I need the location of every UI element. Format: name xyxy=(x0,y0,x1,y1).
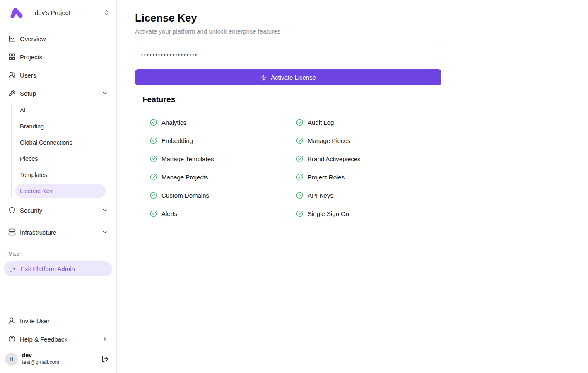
check-circle-icon xyxy=(150,137,157,144)
sidebar-item-label: Infrastructure xyxy=(20,229,56,236)
user-plus-icon xyxy=(8,317,16,325)
exit-platform-admin-button[interactable]: Exit Platform Admin xyxy=(4,261,112,276)
feature-item: Alerts xyxy=(150,209,296,218)
avatar: d xyxy=(5,353,18,366)
user-email: test@gmail.com xyxy=(22,359,97,366)
check-circle-icon xyxy=(296,210,303,217)
feature-item: Brand Activepieces xyxy=(296,155,442,163)
feature-item: API Keys xyxy=(296,191,442,199)
project-selector-label: dev's Project xyxy=(35,9,104,16)
sidebar-item-label: Global Connections xyxy=(20,139,72,146)
sidebar-item-label: License Key xyxy=(20,188,53,194)
license-key-input[interactable] xyxy=(135,46,441,63)
check-circle-icon xyxy=(150,210,157,217)
sidebar-bottom: Invite User Help & Feedback d dev test@g… xyxy=(0,312,116,373)
sidebar-item-overview[interactable]: Overview xyxy=(4,30,112,47)
chart-line-icon xyxy=(8,35,16,42)
sidebar-item-global-connections[interactable]: Global Connections xyxy=(15,136,106,149)
activate-license-label: Activate License xyxy=(271,74,316,81)
sidebar-item-ai[interactable]: AI xyxy=(15,103,106,117)
sidebar-item-users[interactable]: Users xyxy=(4,67,112,83)
feature-label: Brand Activepieces xyxy=(308,155,361,162)
check-circle-icon xyxy=(150,192,157,199)
sidebar-item-projects[interactable]: Projects xyxy=(4,48,112,65)
feature-item: Embedding xyxy=(150,136,296,145)
feature-item: Analytics xyxy=(150,118,296,126)
check-circle-icon xyxy=(296,192,303,199)
feature-item: Custom Domains xyxy=(150,191,296,199)
feature-label: API Keys xyxy=(308,192,333,199)
check-circle-icon xyxy=(296,155,303,162)
setup-submenu: AI Branding Global Connections Pieces Te… xyxy=(11,103,112,198)
feature-item: Manage Pieces xyxy=(296,136,442,145)
check-circle-icon xyxy=(150,174,157,181)
invite-user-button[interactable]: Invite User xyxy=(4,312,112,329)
feature-item: Single Sign On xyxy=(296,209,442,218)
features-section: Features Analytics Audit Log Embedding M… xyxy=(135,95,588,218)
chevron-down-icon xyxy=(101,90,108,97)
feature-label: Manage Projects xyxy=(161,174,208,181)
features-grid: Analytics Audit Log Embedding Manage Pie… xyxy=(150,118,588,218)
sidebar-item-license-key[interactable]: License Key xyxy=(15,184,106,198)
feature-label: Custom Domains xyxy=(161,192,209,199)
check-circle-icon xyxy=(150,119,157,126)
sidebar-item-setup[interactable]: Setup xyxy=(4,85,112,102)
exit-platform-admin-label: Exit Platform Admin xyxy=(21,265,75,272)
sidebar-item-infrastructure[interactable]: Infrastructure xyxy=(4,224,112,240)
log-out-icon xyxy=(9,265,16,272)
user-profile-row[interactable]: d dev test@gmail.com xyxy=(4,351,112,367)
main-content: License Key Activate your platform and u… xyxy=(117,0,588,373)
chevrons-up-down-icon xyxy=(104,10,110,16)
check-circle-icon xyxy=(296,174,303,181)
sidebar-nav: Overview Projects Users xyxy=(0,25,116,276)
feature-label: Manage Pieces xyxy=(308,137,350,144)
user-name: dev xyxy=(22,352,97,359)
sidebar-item-pieces[interactable]: Pieces xyxy=(15,152,106,165)
feature-item: Manage Projects xyxy=(150,173,296,181)
sidebar-item-label: Pieces xyxy=(20,155,38,162)
feature-label: Single Sign On xyxy=(308,210,349,217)
sidebar-item-label: AI xyxy=(20,107,26,114)
page-subtitle: Activate your platform and unlock enterp… xyxy=(135,28,588,35)
project-selector[interactable]: dev's Project xyxy=(0,0,116,25)
sidebar-item-label: Users xyxy=(20,72,36,79)
chevron-right-icon xyxy=(101,336,108,342)
check-circle-icon xyxy=(150,155,157,162)
server-icon xyxy=(8,228,16,236)
help-circle-icon xyxy=(8,335,16,343)
layout-grid-icon xyxy=(8,53,16,61)
feature-label: Project Roles xyxy=(308,174,345,181)
features-title: Features xyxy=(142,95,588,104)
help-feedback-button[interactable]: Help & Feedback xyxy=(4,331,112,347)
user-profile-meta: dev test@gmail.com xyxy=(22,352,97,366)
log-out-icon[interactable] xyxy=(101,355,109,363)
feature-label: Alerts xyxy=(161,210,177,217)
zap-icon xyxy=(260,74,267,81)
shield-icon xyxy=(8,206,16,214)
sidebar-item-label: Branding xyxy=(20,123,44,130)
sidebar-item-branding[interactable]: Branding xyxy=(15,119,106,133)
feature-item: Manage Templates xyxy=(150,155,296,163)
help-feedback-label: Help & Feedback xyxy=(20,336,67,343)
feature-item: Audit Log xyxy=(296,118,442,126)
feature-label: Manage Templates xyxy=(161,155,214,162)
feature-label: Embedding xyxy=(161,137,193,144)
sidebar-item-templates[interactable]: Templates xyxy=(15,168,106,182)
sidebar-item-security[interactable]: Security xyxy=(4,202,112,218)
feature-item: Project Roles xyxy=(296,173,442,181)
check-circle-icon xyxy=(296,119,303,126)
chevron-down-icon xyxy=(101,207,108,213)
misc-section-label: Misc xyxy=(8,251,108,257)
invite-user-label: Invite User xyxy=(20,317,50,325)
sidebar-item-label: Overview xyxy=(20,35,46,42)
chevron-down-icon xyxy=(101,229,108,235)
activepieces-logo-icon xyxy=(9,6,24,19)
feature-label: Analytics xyxy=(161,119,186,126)
wrench-icon xyxy=(8,90,16,97)
sidebar-item-label: Setup xyxy=(20,90,36,97)
sidebar-item-label: Security xyxy=(20,207,42,214)
users-icon xyxy=(8,71,16,79)
sidebar-item-label: Projects xyxy=(20,53,42,61)
activate-license-button[interactable]: Activate License xyxy=(135,69,441,85)
app-window: dev's Project Overview Projects xyxy=(0,0,588,373)
